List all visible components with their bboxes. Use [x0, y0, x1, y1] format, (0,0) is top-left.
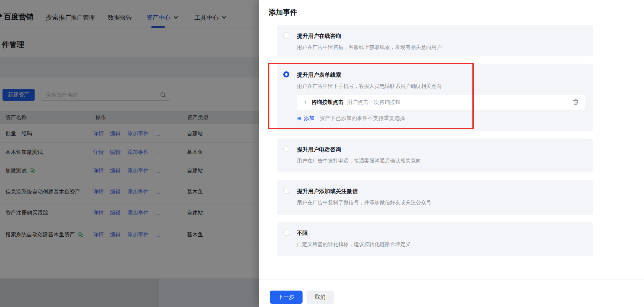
- event-option-unlimited[interactable]: 不限 自定义所需的转化指标，建议按转化链路合理定义: [277, 222, 593, 256]
- option-title: 不限: [297, 229, 584, 237]
- option-title: 提升用户电话咨询: [297, 146, 584, 153]
- added-event-row: 1 咨询按钮点击 用户点击一次咨询按钮: [297, 95, 585, 110]
- drawer-title: 添加事件: [269, 7, 297, 17]
- radio-unselected[interactable]: [283, 32, 289, 39]
- radio-unselected[interactable]: [283, 230, 289, 236]
- event-name: 咨询按钮点击: [311, 99, 344, 106]
- trash-icon[interactable]: [573, 99, 579, 107]
- add-event-button[interactable]: ⊕ 添加: [297, 115, 314, 122]
- add-label: 添加: [304, 115, 314, 122]
- event-option-wechat-follow[interactable]: 提升用户添加或关注微信 用户在广告中复制了微信号，并添加微信好友或关注公众号: [277, 180, 593, 215]
- event-option-form-leads[interactable]: 提升用户表单线索 用户在广告中留下手机号，客服人员电话联系用户确认相关意向 1 …: [277, 64, 593, 131]
- cancel-button[interactable]: 取消: [306, 291, 334, 304]
- radio-unselected[interactable]: [283, 188, 289, 194]
- option-title: 提升用户添加或关注微信: [297, 187, 584, 195]
- option-desc: 用户在广告中复制了微信号，并添加微信好友或关注公众号: [297, 199, 584, 206]
- event-desc: 用户点击一次咨询按钮: [347, 99, 401, 106]
- option-title: 提升用户表单线索: [297, 71, 584, 79]
- option-desc: 自定义所需的转化指标，建议按转化链路合理定义: [297, 241, 584, 248]
- add-circle-icon: ⊕: [297, 116, 301, 121]
- event-option-online-consult[interactable]: 提升用户在线咨询 用户在广告中留咨后，客服线上获取线索，发现有相关意向用户: [277, 25, 593, 56]
- option-title: 提升用户在线咨询: [297, 32, 584, 40]
- option-desc: 用户在广告中拨打电话，接通客服沟通后确认相关意向: [297, 157, 584, 164]
- add-event-row: ⊕ 添加 资产下已添加的事件不支持重复选择: [297, 115, 584, 122]
- radio-unselected[interactable]: [283, 146, 289, 152]
- radio-selected[interactable]: [283, 71, 289, 77]
- add-note: 资产下已添加的事件不支持重复选择: [319, 115, 405, 122]
- event-index: 1: [304, 100, 307, 105]
- next-step-button[interactable]: 下一步: [270, 291, 303, 304]
- drawer-footer: 下一步 取消: [259, 280, 644, 307]
- add-event-drawer: 添加事件 提升用户在线咨询 用户在广告中留咨后，客服线上获取线索，发现有相关意向…: [259, 0, 644, 307]
- option-desc: 用户在广告中留咨后，客服线上获取线索，发现有相关意向用户: [297, 44, 584, 51]
- option-desc: 用户在广告中留下手机号，客服人员电话联系用户确认相关意向: [297, 82, 584, 90]
- event-option-phone-consult[interactable]: 提升用户电话咨询 用户在广告中拨打电话，接通客服沟通后确认相关意向: [277, 139, 593, 172]
